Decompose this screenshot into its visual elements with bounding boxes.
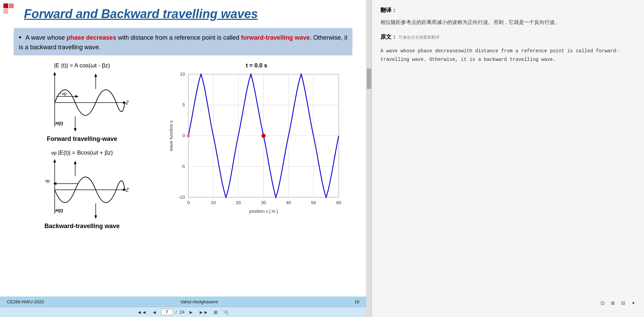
nav-options-button[interactable]: ⊞ [212, 309, 219, 316]
view-icon-4[interactable]: ✦ [630, 299, 637, 307]
svg-rect-0 [3, 3, 8, 8]
slide-panel: Forward and Backward travelling waves • … [0, 0, 366, 317]
footer-center: Vahid Abolghasemi [180, 299, 218, 304]
svg-text:10: 10 [211, 200, 215, 205]
svg-text:→vp: →vp [57, 91, 67, 96]
scrollbar-thumb[interactable] [367, 68, 371, 89]
svg-marker-6 [53, 72, 56, 75]
nav-last-button[interactable]: ►► [198, 309, 210, 316]
university-logo [3, 3, 14, 14]
backward-wave-label: Backward-travelling wave [14, 223, 150, 230]
svg-text:Z: Z [125, 187, 129, 193]
svg-marker-13 [74, 128, 77, 132]
forward-formula: |E (t)| = A cos(ωt - βz) [14, 62, 150, 69]
svg-text:10: 10 [180, 71, 185, 77]
forward-wave-diagram: |E (t)| = A cos(ωt - βz) Z [14, 62, 150, 143]
forward-wave-svg: Z →vp H(t) [34, 72, 130, 133]
wave-chart-svg: 10 5 0 -5 -10 0 10 20 30 40 50 60 [168, 71, 346, 214]
backward-wave-diagram: vp |E(t)| = Bcos(ωt + βz) Z [14, 149, 150, 230]
svg-text:H(t): H(t) [55, 121, 63, 126]
svg-text:20: 20 [236, 200, 240, 205]
svg-text:wave function s: wave function s [169, 120, 174, 151]
original-header: 原文： [380, 34, 397, 40]
chart-wrapper: 10 5 0 -5 -10 0 10 20 30 40 50 60 [168, 71, 346, 214]
svg-text:5: 5 [182, 102, 185, 107]
svg-text:40: 40 [286, 200, 291, 205]
slide-content-area: Forward and Backward travelling waves • … [0, 0, 366, 296]
bottom-icons-row: ⊡ ⊞ ⊟ ✦ [599, 299, 637, 307]
svg-marker-28 [94, 215, 97, 219]
nav-next-button[interactable]: ► [187, 309, 195, 316]
backward-wave-svg: Z vp H(t) [34, 159, 130, 221]
slide-scrollbar[interactable] [366, 0, 371, 317]
view-icon-3[interactable]: ⊟ [619, 299, 627, 307]
view-icon-2[interactable]: ⊞ [609, 299, 617, 307]
bullet-text-before: A wave whose [26, 34, 67, 41]
svg-text:Z: Z [125, 100, 129, 105]
backward-formula-text: |E(t)| = Bcos(ωt + βz) [58, 149, 113, 156]
svg-text:50: 50 [311, 200, 316, 205]
chart-container: t = 0.0 s [161, 62, 352, 214]
svg-rect-1 [9, 3, 14, 8]
forward-wave-text: forward-travelling wave [241, 34, 310, 41]
bullet-text-middle: with distance from a reference point is … [116, 34, 241, 41]
svg-text:H(t): H(t) [55, 208, 63, 213]
svg-marker-26 [74, 161, 77, 164]
total-pages: 24 [179, 309, 184, 315]
svg-text:position x [ m ]: position x [ m ] [249, 209, 278, 214]
original-text: A wave whose phase decreaseswith distanc… [380, 47, 635, 64]
backward-wave-svg-container: Z vp H(t) [14, 159, 150, 221]
forward-wave-label: Forward travelling-wave [14, 135, 150, 143]
svg-text:vp: vp [45, 178, 50, 183]
svg-marker-19 [53, 159, 56, 162]
translation-header: 翻译： [380, 7, 635, 14]
svg-text:-5: -5 [181, 164, 185, 169]
right-panel: 翻译： 相位随距参考点的距离而减小的波称为正向行波。否则，它就是一个反向行波。 … [371, 0, 644, 317]
svg-point-57 [261, 134, 266, 138]
svg-marker-9 [75, 95, 79, 98]
nav-bar: ◄◄ ◄ / 24 ► ►► ⊞ 📎 [0, 307, 366, 317]
footer-right: 18 [354, 299, 359, 304]
nav-prev-button[interactable]: ◄ [151, 309, 158, 316]
page-number-input[interactable] [161, 309, 173, 315]
translation-text: 相位随距参考点的距离而减小的波称为正向行波。否则，它就是一个反向行波。 [380, 17, 635, 27]
bullet-text: • A wave whose phase decreases with dist… [19, 31, 347, 52]
nav-attach-button[interactable]: 📎 [222, 309, 230, 316]
chart-title: t = 0.0 s [246, 62, 267, 69]
svg-text:-10: -10 [178, 195, 185, 200]
original-editable-label: 可修改后右键重新翻译 [399, 35, 440, 40]
backward-formula: vp |E(t)| = Bcos(ωt + βz) [14, 149, 150, 156]
svg-text:60: 60 [336, 200, 341, 205]
view-icon-1[interactable]: ⊡ [599, 299, 606, 307]
phase-decreases-text: phase decreases [67, 34, 116, 41]
svg-text:30: 30 [261, 200, 266, 205]
page-separator: / [176, 309, 177, 315]
forward-wave-svg-container: Z →vp H(t) [14, 72, 150, 133]
slide-title: Forward and Backward travelling waves [14, 7, 352, 21]
left-diagrams: |E (t)| = A cos(ωt - βz) Z [14, 62, 150, 237]
svg-text:0: 0 [187, 200, 189, 205]
nav-first-button[interactable]: ◄◄ [136, 309, 148, 316]
svg-rect-2 [3, 9, 8, 14]
bullet-section: • A wave whose phase decreases with dist… [14, 28, 352, 55]
svg-text:0: 0 [182, 133, 185, 138]
diagrams-row: |E (t)| = A cos(ωt - βz) Z [14, 62, 352, 237]
svg-point-56 [187, 134, 190, 137]
slide-footer: CE266-NWU-2020 Vahid Abolghasemi 18 [0, 296, 366, 307]
svg-marker-15 [94, 74, 97, 77]
title-text: Forward and Backward travelling waves [24, 7, 258, 21]
footer-left: CE266-NWU-2020 [7, 299, 44, 304]
